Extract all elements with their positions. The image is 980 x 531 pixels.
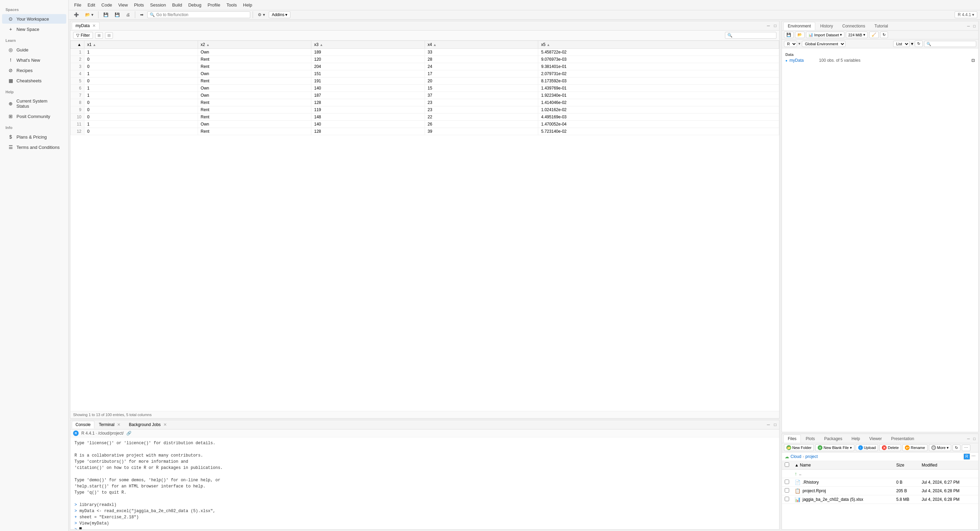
expand-btn[interactable]: ⊟	[105, 32, 113, 39]
env-item-expand[interactable]: ⊡	[971, 58, 975, 63]
link-icon[interactable]: 🔗	[126, 431, 132, 436]
col-header-x2[interactable]: x2 ▲	[198, 41, 311, 49]
file-checkbox[interactable]	[785, 497, 789, 501]
go-forward-btn[interactable]: ➡	[138, 11, 146, 18]
sidebar-item-cheatsheets[interactable]: ▦ Cheatsheets	[2, 76, 66, 86]
new-file-btn[interactable]: ➕	[72, 11, 81, 18]
data-tab-close[interactable]: ✕	[92, 23, 96, 28]
r-project-btn[interactable]: R	[964, 453, 970, 460]
col-header-x1[interactable]: x1 ▲	[84, 41, 198, 49]
menu-view[interactable]: View	[115, 2, 130, 9]
files-tab-packages[interactable]: Packages	[820, 434, 847, 443]
menu-help[interactable]: Help	[240, 2, 255, 9]
console-tab[interactable]: Console	[72, 421, 94, 428]
console-minimize[interactable]: ─	[765, 422, 771, 428]
addins-btn[interactable]: Addins ▾	[269, 11, 291, 18]
memory-btn[interactable]: 224 MiB ▾	[846, 32, 867, 38]
file-name-cell[interactable]: 📄.Rhistory	[792, 478, 894, 487]
console-content[interactable]: Type 'license()' or 'licence()' for dist…	[70, 437, 779, 529]
save-all-btn[interactable]: 💾	[112, 11, 122, 18]
env-list-select[interactable]: List	[893, 41, 910, 47]
file-name-cell[interactable]: ↑..	[792, 469, 894, 478]
env-item-mydata[interactable]: ● myData 100 obs. of 5 variables ⊡	[784, 57, 976, 63]
goto-file-input[interactable]	[156, 12, 248, 17]
sidebar-item-workspace[interactable]: ⊙ Your Workspace	[2, 14, 66, 24]
env-tab-connections[interactable]: Connections	[838, 22, 870, 30]
files-tab-plots[interactable]: Plots	[801, 434, 819, 443]
menu-file[interactable]: File	[72, 2, 84, 9]
files-tab-viewer[interactable]: Viewer	[865, 434, 886, 443]
breadcrumb-more[interactable]: ⋯	[971, 453, 975, 460]
r-version-badge[interactable]: R 4.4.1 ▾	[955, 11, 977, 18]
col-header-x3[interactable]: x3 ▲	[311, 41, 425, 49]
print-btn[interactable]: 🖨	[124, 11, 132, 18]
files-select-all[interactable]	[785, 463, 789, 467]
refresh-files-btn[interactable]: ↻	[953, 445, 961, 451]
delete-btn[interactable]: ✕ Delete	[880, 444, 901, 451]
env-tab-history[interactable]: History	[816, 22, 837, 30]
sidebar-item-guide[interactable]: ◎ Guide	[2, 45, 66, 54]
menu-build[interactable]: Build	[170, 2, 185, 9]
refresh-env-btn[interactable]: ↻	[880, 32, 888, 38]
open-btn[interactable]: 📂 ▾	[83, 11, 96, 18]
load-env-btn[interactable]: 📂	[795, 32, 805, 38]
bg-jobs-tab[interactable]: Background Jobs ✕	[125, 421, 170, 428]
file-row[interactable]: 📋project.Rproj205 BJul 4, 2024, 6:28 PM	[782, 487, 978, 495]
env-tab-tutorial[interactable]: Tutorial	[870, 22, 892, 30]
files-minimize[interactable]: ─	[966, 434, 971, 443]
more-btn[interactable]: ⚙ More ▾	[929, 444, 951, 451]
sidebar-item-whats-new[interactable]: ! What's New	[2, 55, 66, 65]
menu-profile[interactable]: Profile	[205, 2, 223, 9]
breadcrumb-project[interactable]: project	[805, 454, 818, 459]
save-btn[interactable]: 💾	[101, 11, 111, 18]
files-options-btn[interactable]: ⋯	[962, 445, 970, 451]
files-tab-presentation[interactable]: Presentation	[887, 434, 918, 443]
filter-btn[interactable]: ▽ Filter	[73, 32, 93, 39]
save-env-btn[interactable]: 💾	[784, 32, 794, 38]
col-btn[interactable]: ⊞	[95, 32, 103, 39]
file-name-cell[interactable]: 📋project.Rproj	[792, 487, 894, 495]
file-checkbox[interactable]	[785, 488, 789, 493]
terminal-close[interactable]: ✕	[117, 422, 121, 427]
files-col-name[interactable]: ▲ Name	[792, 461, 894, 469]
settings-btn[interactable]: ⚙ ▾	[255, 11, 267, 18]
menu-session[interactable]: Session	[147, 2, 169, 9]
clear-env-btn[interactable]: 🧹	[869, 32, 879, 38]
console-maximize[interactable]: □	[773, 422, 778, 428]
terminal-tab[interactable]: Terminal ✕	[95, 421, 124, 428]
filter-search-input[interactable]	[725, 32, 776, 39]
new-folder-btn[interactable]: 📁 New Folder	[784, 444, 814, 451]
menu-code[interactable]: Code	[99, 2, 115, 9]
data-panel-maximize[interactable]: □	[773, 23, 778, 29]
file-checkbox[interactable]	[785, 480, 789, 484]
data-panel-minimize[interactable]: ─	[765, 23, 771, 29]
menu-debug[interactable]: Debug	[185, 2, 204, 9]
file-row[interactable]: ↑..	[782, 469, 978, 478]
rename-btn[interactable]: ↩ Rename	[902, 444, 928, 451]
new-blank-file-btn[interactable]: + New Blank File ▾	[815, 444, 854, 451]
menu-edit[interactable]: Edit	[85, 2, 98, 9]
sidebar-item-posit-community[interactable]: ⊞ Posit Community	[2, 111, 66, 121]
data-tab-mydata[interactable]: myData ✕	[72, 22, 100, 30]
sidebar-item-terms[interactable]: ☰ Terms and Conditions	[2, 143, 66, 152]
menu-plots[interactable]: Plots	[131, 2, 146, 9]
files-col-modified[interactable]: Modified	[919, 461, 978, 469]
upload-btn[interactable]: ↑ Upload	[856, 444, 878, 451]
sidebar-item-new-space[interactable]: + New Space	[2, 24, 66, 34]
sidebar-item-system-status[interactable]: ⊕ Current System Status	[2, 97, 66, 111]
import-dataset-btn[interactable]: 📊 Import Dataset ▾	[806, 32, 845, 38]
sidebar-item-recipes[interactable]: ⊘ Recipes	[2, 65, 66, 75]
bg-jobs-close[interactable]: ✕	[163, 422, 167, 427]
files-col-size[interactable]: Size	[894, 461, 919, 469]
env-minimize[interactable]: ─	[966, 22, 971, 30]
col-header-x4[interactable]: x4 ▲	[425, 41, 538, 49]
env-global-select[interactable]: Global Environment	[802, 41, 845, 47]
env-maximize[interactable]: □	[972, 22, 977, 30]
env-tab-environment[interactable]: Environment	[783, 22, 815, 30]
files-tab-files[interactable]: Files	[783, 434, 801, 443]
env-r-select[interactable]: R	[784, 41, 797, 47]
menu-tools[interactable]: Tools	[224, 2, 240, 9]
env-search-input[interactable]	[924, 41, 976, 47]
col-header-x5[interactable]: x5 ▲	[538, 41, 779, 49]
files-maximize[interactable]: □	[972, 434, 977, 443]
